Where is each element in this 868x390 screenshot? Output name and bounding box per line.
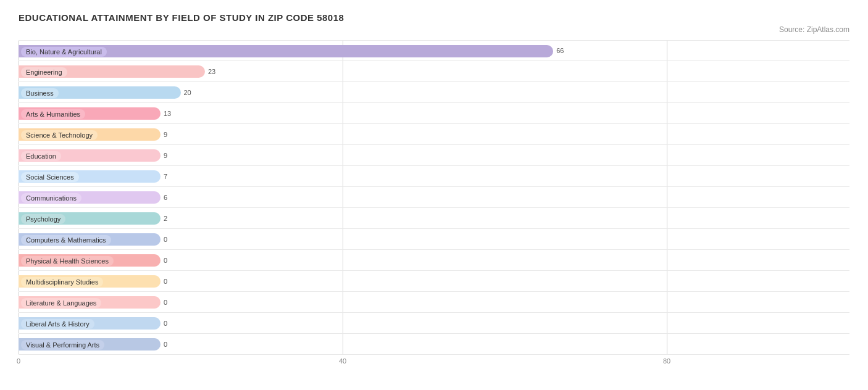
x-axis-label: 80 — [663, 357, 670, 365]
bar-label-pill: Visual & Performing Arts — [21, 340, 104, 350]
bar-row: Engineering23 — [19, 61, 849, 82]
bar-row: Social Sciences7 — [19, 166, 849, 187]
chart-area: Bio, Nature & Agricultural66Engineering2… — [19, 40, 849, 370]
bar-value: 0 — [164, 299, 167, 306]
bar: Business — [19, 86, 181, 99]
bar-label-pill: Literature & Languages — [21, 298, 101, 308]
bar-label-pill: Computers & Mathematics — [21, 235, 111, 245]
bar: Psychology — [19, 212, 161, 225]
bar-label-pill: Business — [21, 88, 59, 98]
bar-value: 6 — [164, 194, 167, 201]
bar: Literature & Languages — [19, 296, 161, 309]
bar: Multidisciplinary Studies — [19, 275, 161, 288]
chart-title: EDUCATIONAL ATTAINMENT BY FIELD OF STUDY… — [19, 12, 849, 23]
bar-row: Arts & Humanities13 — [19, 103, 849, 124]
source-label: Source: ZipAtlas.com — [19, 25, 849, 34]
bar: Arts & Humanities — [19, 107, 161, 120]
bar-row: Physical & Health Sciences0 — [19, 250, 849, 271]
bar-value: 13 — [164, 110, 171, 117]
bar-label-pill: Arts & Humanities — [21, 109, 85, 119]
bar-label-pill: Liberal Arts & History — [21, 319, 94, 329]
bar: Liberal Arts & History — [19, 317, 161, 330]
bar-row: Business20 — [19, 82, 849, 103]
bar-row: Literature & Languages0 — [19, 292, 849, 313]
x-axis-label: 0 — [17, 357, 20, 365]
bar-label-pill: Multidisciplinary Studies — [21, 277, 103, 287]
bar-label-pill: Education — [21, 151, 61, 161]
bar-value: 0 — [164, 278, 167, 285]
bars-wrapper: Bio, Nature & Agricultural66Engineering2… — [19, 40, 849, 355]
bar-row: Bio, Nature & Agricultural66 — [19, 40, 849, 61]
bar-value: 23 — [208, 68, 215, 75]
bar: Physical & Health Sciences — [19, 254, 161, 267]
bar-value: 20 — [184, 89, 191, 96]
bar-label-pill: Bio, Nature & Agricultural — [21, 47, 107, 57]
bar-label-pill: Psychology — [21, 214, 65, 224]
x-axis-label: 40 — [339, 357, 346, 365]
bar: Computers & Mathematics — [19, 233, 161, 246]
bar-row: Education9 — [19, 145, 849, 166]
bar-value: 0 — [164, 341, 167, 348]
bar: Science & Technology — [19, 128, 161, 141]
bar-label-pill: Science & Technology — [21, 130, 98, 140]
bar-value: 2 — [164, 215, 167, 222]
bar-value: 0 — [164, 257, 167, 264]
bar-value: 0 — [164, 320, 167, 327]
bar-row: Psychology2 — [19, 208, 849, 229]
bar: Bio, Nature & Agricultural — [19, 45, 553, 57]
bar-row: Visual & Performing Arts0 — [19, 334, 849, 355]
bar: Engineering — [19, 65, 205, 78]
bar-value: 66 — [556, 47, 564, 54]
bar-label-pill: Communications — [21, 193, 81, 203]
bar-label-pill: Engineering — [21, 67, 67, 77]
bar-value: 9 — [164, 131, 167, 138]
bar-row: Science & Technology9 — [19, 124, 849, 145]
bar-row: Multidisciplinary Studies0 — [19, 271, 849, 292]
bar-row: Computers & Mathematics0 — [19, 229, 849, 250]
bar-row: Communications6 — [19, 187, 849, 208]
bar-label-pill: Physical & Health Sciences — [21, 256, 114, 266]
bar: Social Sciences — [19, 170, 161, 183]
x-axis: 04080 — [19, 357, 849, 370]
bar: Visual & Performing Arts — [19, 338, 161, 351]
bar: Communications — [19, 191, 161, 204]
bar-value: 0 — [164, 236, 167, 243]
bar-value: 9 — [164, 152, 167, 159]
bar-row: Liberal Arts & History0 — [19, 313, 849, 334]
bar-value: 7 — [164, 173, 167, 180]
bar: Education — [19, 149, 161, 162]
bar-label-pill: Social Sciences — [21, 172, 79, 182]
